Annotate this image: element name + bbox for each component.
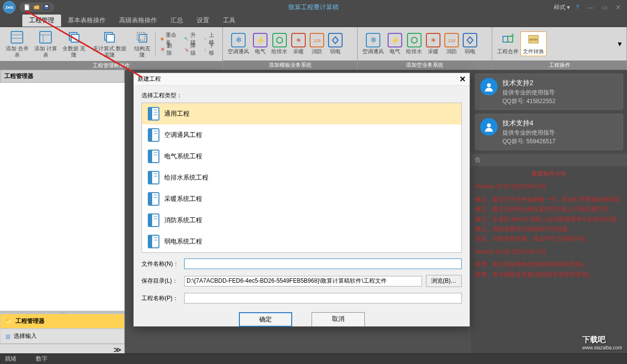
ribbon: 添加 合并表 添加 计算表 全数据 克隆 无计算式 数据克隆 结构克隆 ■重命名… [0, 27, 627, 70]
template-warm-button[interactable]: ☀采暖 [289, 32, 308, 56]
filename-input[interactable] [184, 258, 462, 269]
new-project-dialog: 新建工程 ✕ 选择工程类型： 通用工程 空调通风工程 电气系统工程 给排水系统工… [133, 73, 470, 327]
support-card-4[interactable]: 技术支持4 提供专业的使用指导 QQ群号: 559426517 [475, 114, 623, 150]
template-water-button[interactable]: 给排水 [269, 32, 289, 56]
no-formula-clone-button[interactable]: 无计算式 数据克隆 [88, 29, 131, 59]
projname-label: 工程名称(P)： [141, 294, 180, 303]
svg-rect-25 [503, 36, 508, 42]
type-item-general[interactable]: 通用工程 [142, 103, 461, 124]
empty-hvac-button[interactable]: ❄空调通风 [361, 32, 386, 56]
svg-rect-38 [148, 129, 152, 141]
type-item-water[interactable]: 给排水系统工程 [142, 167, 461, 188]
file-convert-button[interactable]: wmh文件转换 [520, 31, 547, 56]
template-weak-button[interactable]: 弱电 [326, 32, 345, 56]
app-title: 致算工程量计算稿 [288, 3, 339, 12]
type-item-elec[interactable]: 电气系统工程 [142, 146, 461, 167]
svg-rect-2 [45, 5, 48, 7]
quick-access-toolbar [19, 2, 54, 12]
svg-text:❄: ❄ [235, 36, 242, 44]
app-logo[interactable]: ZHS [3, 1, 16, 14]
dialog-title: 新建工程 [138, 75, 161, 83]
ribbon-tabs: 工程管理 基本表格操作 高级表格操作 汇总 设置 工具 [0, 15, 627, 27]
empty-elec-button[interactable]: ⚡电气 [386, 32, 404, 56]
downgrade-button[interactable]: ↘降级 [181, 45, 201, 54]
project-type-list: 通用工程 空调通风工程 电气系统工程 给排水系统工程 采暖系统工程 消防系统工程 [141, 103, 462, 253]
maximize-icon[interactable]: ▭ [599, 3, 610, 11]
announce-header: 告 [471, 154, 627, 166]
ribbon-group-tree-ops: 工程管理树操作 [0, 61, 222, 70]
svg-point-22 [411, 37, 417, 43]
type-item-warm[interactable]: 采暖系统工程 [142, 188, 461, 210]
tab-advanced-table[interactable]: 高级表格操作 [112, 14, 164, 27]
projname-input[interactable] [184, 293, 462, 303]
savedir-label: 保存目录(L)： [141, 277, 180, 285]
browse-button[interactable]: 浏览(B)… [426, 275, 462, 287]
ok-button[interactable]: 确定 [239, 312, 292, 327]
tab-tools[interactable]: 工具 [216, 14, 242, 27]
add-calc-sheet-button[interactable]: 添加 计算表 [31, 29, 60, 59]
tab-settings[interactable]: 设置 [190, 14, 216, 27]
announce-body: 致算软件公告 Version 10.53 (2020-04-13) 修正。最近打… [471, 166, 627, 282]
filename-label: 文件名称(N)： [141, 260, 180, 268]
template-elec-button[interactable]: ⚡电气 [251, 32, 269, 56]
tab-basic-table[interactable]: 基本表格操作 [61, 14, 112, 27]
save-file-icon[interactable] [43, 3, 50, 11]
project-merge-button[interactable]: +工程合并 [495, 32, 520, 56]
watermark: 下载吧 www.xiazaiba.com [582, 335, 622, 350]
open-file-icon[interactable] [33, 3, 41, 11]
svg-rect-54 [148, 214, 152, 227]
dialog-close-icon[interactable]: ✕ [459, 75, 466, 84]
svg-rect-13 [137, 32, 145, 40]
tab-project-manage[interactable]: 工程管理 [22, 14, 61, 27]
empty-weak-button[interactable]: 弱电 [461, 32, 479, 56]
type-label: 选择工程类型： [141, 91, 462, 100]
empty-warm-button[interactable]: ☀采暖 [424, 32, 442, 56]
svg-text:119: 119 [313, 38, 320, 43]
grid-icon: ▦ [5, 333, 11, 340]
headset-icon [480, 118, 498, 136]
svg-rect-6 [40, 31, 51, 43]
move-down-button[interactable]: ↓下移 [201, 45, 219, 54]
sidebar-item-select-input[interactable]: ▦ 选择输入 [0, 329, 125, 344]
template-hvac-button[interactable]: ❄空调通风 [226, 32, 251, 56]
empty-fire-button[interactable]: 119消防 [442, 32, 461, 56]
style-menu[interactable]: 样式 ▾ [554, 3, 570, 12]
svg-text:119: 119 [448, 38, 455, 43]
svg-rect-0 [25, 4, 29, 10]
cancel-button[interactable]: 取消 [312, 312, 365, 327]
folder-icon: 📁 [5, 318, 13, 325]
svg-rect-46 [148, 171, 152, 184]
ribbon-dropdown-icon[interactable]: ▾ [616, 37, 624, 50]
empty-water-button[interactable]: 给排水 [404, 32, 424, 56]
structure-clone-button[interactable]: 结构克隆 [131, 29, 153, 59]
savedir-input[interactable] [184, 276, 422, 287]
svg-rect-50 [148, 193, 152, 205]
full-data-clone-button[interactable]: 全数据 克隆 [60, 29, 89, 59]
titlebar: ZHS 致算工程量计算稿 样式 ▾ ? — ▭ ✕ [0, 0, 627, 15]
type-item-weak[interactable]: 弱电系统工程 [142, 231, 461, 252]
new-file-icon[interactable] [23, 3, 31, 11]
project-tree[interactable] [0, 83, 125, 311]
svg-rect-58 [148, 235, 152, 248]
status-num: 数字 [36, 355, 47, 363]
project-manager-header: 工程管理器 [0, 70, 125, 83]
svg-rect-14 [139, 34, 147, 42]
svg-rect-12 [107, 34, 114, 42]
svg-text:☀: ☀ [430, 36, 437, 44]
template-fire-button[interactable]: 119消防 [308, 32, 326, 56]
support-card-2[interactable]: 技术支持2 提供专业的使用指导 QQ群号: 415822552 [475, 74, 623, 110]
svg-text:❄: ❄ [370, 36, 376, 44]
type-item-fire[interactable]: 消防系统工程 [142, 210, 461, 231]
tab-summary[interactable]: 汇总 [164, 14, 190, 27]
close-icon[interactable]: ✕ [613, 3, 623, 11]
headset-icon [480, 78, 498, 95]
ribbon-group-project-ops: 工程操作 [492, 61, 627, 69]
right-panel: 技术支持2 提供专业的使用指导 QQ群号: 415822552 技术支持4 提供… [471, 70, 627, 353]
help-icon[interactable]: ? [576, 4, 579, 11]
panel-expand-icon[interactable]: ≫ [110, 344, 125, 355]
minimize-icon[interactable]: — [585, 3, 596, 11]
type-item-hvac[interactable]: 空调通风工程 [142, 124, 461, 146]
add-merge-sheet-button[interactable]: 添加 合并表 [3, 29, 31, 59]
delete-button[interactable]: ✕删 除 [157, 45, 181, 54]
sidebar-item-project-manager[interactable]: 📁 工程管理器 [0, 314, 125, 329]
